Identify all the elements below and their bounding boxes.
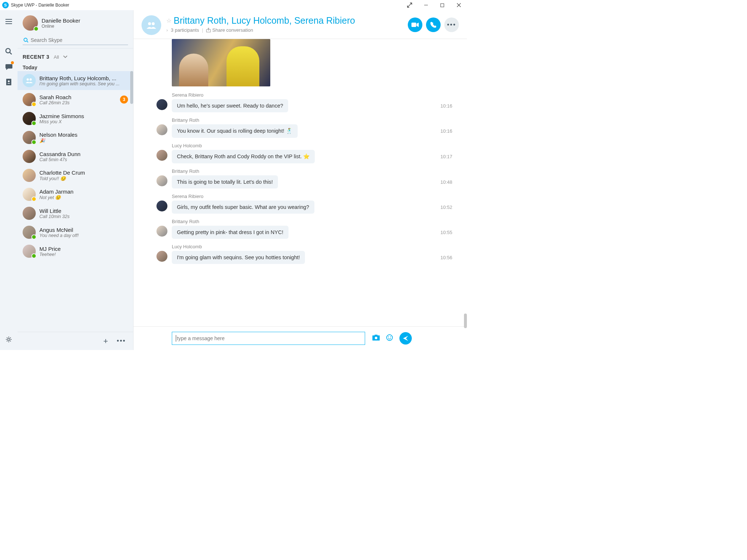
chat-item-group[interactable]: Brittany Roth, Lucy Holcomb, ...I'm goin… bbox=[18, 71, 133, 90]
chat-item-name: Nelson Morales bbox=[39, 132, 128, 138]
chevron-right-icon[interactable]: › bbox=[166, 27, 168, 33]
chat-item-preview: 🎉 bbox=[39, 138, 128, 143]
message-bubble: I'm going glam with sequins. See you hot… bbox=[172, 251, 305, 264]
window-title: Skype UWP - Danielle Booker bbox=[11, 3, 69, 8]
svg-point-18 bbox=[387, 335, 392, 341]
emoji-icon[interactable] bbox=[386, 334, 393, 342]
recent-header: RECENT 3 All bbox=[18, 48, 133, 62]
send-button[interactable] bbox=[399, 332, 412, 345]
chat-item-preview: Call 26min 23s bbox=[39, 100, 120, 105]
chat-item-name: Adam Jarman bbox=[39, 188, 128, 195]
chat-item[interactable]: Charlotte De CrumTold you!! 😏 bbox=[18, 166, 133, 185]
settings-icon[interactable] bbox=[0, 332, 18, 347]
profile-avatar bbox=[23, 15, 38, 31]
audio-call-button[interactable] bbox=[426, 18, 441, 32]
chat-item-preview: Call 10min 32s bbox=[39, 214, 128, 219]
conversation-title: Brittany Roth, Lucy Holcomb, Serena Ribi… bbox=[174, 15, 355, 26]
avatar bbox=[23, 150, 36, 163]
more-button[interactable]: ••• bbox=[117, 337, 126, 345]
minimize-button[interactable] bbox=[418, 0, 434, 10]
share-icon bbox=[206, 28, 211, 32]
search-icon[interactable] bbox=[0, 44, 18, 59]
chat-item[interactable]: Cassandra DunnCall 5min 47s bbox=[18, 147, 133, 166]
chat-item[interactable]: Adam JarmanNot yet 😟 bbox=[18, 185, 133, 204]
message-input-container[interactable] bbox=[172, 332, 365, 345]
chat-item-preview: Teehee! bbox=[39, 252, 128, 257]
svg-point-5 bbox=[8, 81, 10, 82]
chat-list: Brittany Roth, Lucy Holcomb, ...I'm goin… bbox=[18, 71, 133, 332]
conversation-header: ☆ Brittany Roth, Lucy Holcomb, Serena Ri… bbox=[133, 10, 467, 39]
svg-rect-16 bbox=[375, 335, 378, 336]
avatar bbox=[23, 226, 36, 239]
svg-rect-14 bbox=[411, 23, 416, 27]
more-options-button[interactable]: ••• bbox=[444, 18, 459, 32]
maximize-button[interactable] bbox=[434, 0, 450, 10]
chat-item[interactable]: Nelson Morales🎉 bbox=[18, 128, 133, 147]
sidebar-bottom: + ••• bbox=[18, 332, 133, 350]
svg-line-3 bbox=[10, 52, 12, 54]
avatar bbox=[23, 112, 36, 125]
profile-section[interactable]: Danielle Booker Online bbox=[18, 10, 133, 34]
video-call-button[interactable] bbox=[408, 18, 422, 32]
chat-item-preview: Not yet 😟 bbox=[39, 195, 128, 200]
image-attachment[interactable] bbox=[172, 39, 270, 86]
message-input[interactable] bbox=[177, 335, 361, 341]
message-sender: Lucy Holcomb bbox=[172, 244, 452, 249]
chat-item[interactable]: Will LittleCall 10min 32s bbox=[18, 204, 133, 223]
svg-point-17 bbox=[375, 337, 378, 339]
recent-filter[interactable]: All bbox=[54, 54, 59, 60]
attach-image-icon[interactable] bbox=[372, 335, 380, 342]
favorite-star-icon[interactable]: ☆ bbox=[166, 17, 171, 24]
profile-status: Online bbox=[42, 24, 80, 29]
chat-item[interactable]: MJ PriceTeehee! bbox=[18, 242, 133, 261]
chat-item-preview: I'm going glam with sequins. See you ... bbox=[39, 81, 128, 86]
message-list: Serena RibieroUm hello, he's super sweet… bbox=[133, 39, 467, 326]
chat-item[interactable]: Angus McNeilYou need a day off! bbox=[18, 223, 133, 242]
message-bubble: Um hello, he's super sweet. Ready to dan… bbox=[172, 99, 288, 112]
presence-online-icon bbox=[31, 140, 36, 145]
chat-item-name: Will Little bbox=[39, 208, 128, 214]
chat-item[interactable]: Jazmine SimmonsMiss you X bbox=[18, 109, 133, 128]
search-row bbox=[18, 34, 133, 48]
contacts-icon[interactable] bbox=[0, 74, 18, 90]
scrollbar-thumb[interactable] bbox=[130, 71, 133, 104]
presence-online-icon bbox=[34, 26, 39, 31]
chat-item[interactable]: Sarah RoachCall 26min 23s 3 bbox=[18, 90, 133, 109]
chat-item-preview: Call 5min 47s bbox=[39, 157, 128, 162]
message-bubble: Girls, my outfit feels super basic. What… bbox=[172, 201, 314, 214]
chat-item-name: Cassandra Dunn bbox=[39, 151, 128, 157]
avatar bbox=[23, 93, 36, 106]
chat-item-preview: You need a day off! bbox=[39, 233, 128, 238]
sidebar: Danielle Booker Online RECENT 3 All Toda… bbox=[18, 10, 133, 350]
presence-away-icon bbox=[31, 197, 36, 202]
svg-point-7 bbox=[24, 38, 27, 42]
chevron-down-icon[interactable] bbox=[63, 54, 68, 60]
search-input[interactable] bbox=[31, 37, 127, 43]
svg-point-2 bbox=[6, 48, 10, 53]
scrollbar-thumb[interactable] bbox=[464, 314, 467, 328]
chat-item-name: Brittany Roth, Lucy Holcomb, ... bbox=[39, 75, 128, 81]
svg-point-9 bbox=[27, 78, 29, 81]
add-button[interactable]: + bbox=[103, 337, 108, 346]
profile-name: Danielle Booker bbox=[42, 18, 80, 24]
share-conversation-link[interactable]: Share conversation bbox=[212, 27, 253, 33]
message-sender: Brittany Roth bbox=[172, 168, 452, 174]
message-bubble: You know it. Our squad is rolling deep t… bbox=[172, 124, 298, 138]
message-bubble: This is going to be totally lit. Let's d… bbox=[172, 175, 278, 188]
chat-item-name: MJ Price bbox=[39, 246, 128, 252]
svg-line-8 bbox=[27, 41, 28, 42]
participants-count[interactable]: 3 participants bbox=[171, 27, 199, 33]
chat-icon[interactable] bbox=[0, 59, 18, 74]
message-time: 10:55 bbox=[433, 230, 452, 235]
svg-point-10 bbox=[30, 78, 32, 81]
message-sender: Brittany Roth bbox=[172, 117, 452, 123]
message-avatar bbox=[156, 99, 167, 110]
svg-rect-1 bbox=[441, 4, 444, 7]
menu-icon[interactable] bbox=[0, 14, 18, 29]
message-sender: Serena Ribiero bbox=[172, 92, 452, 98]
presence-online-icon bbox=[31, 253, 36, 258]
expand-icon[interactable] bbox=[401, 0, 418, 10]
close-button[interactable] bbox=[450, 0, 467, 10]
svg-point-6 bbox=[8, 338, 10, 341]
chat-item-name: Jazmine Simmons bbox=[39, 113, 128, 119]
